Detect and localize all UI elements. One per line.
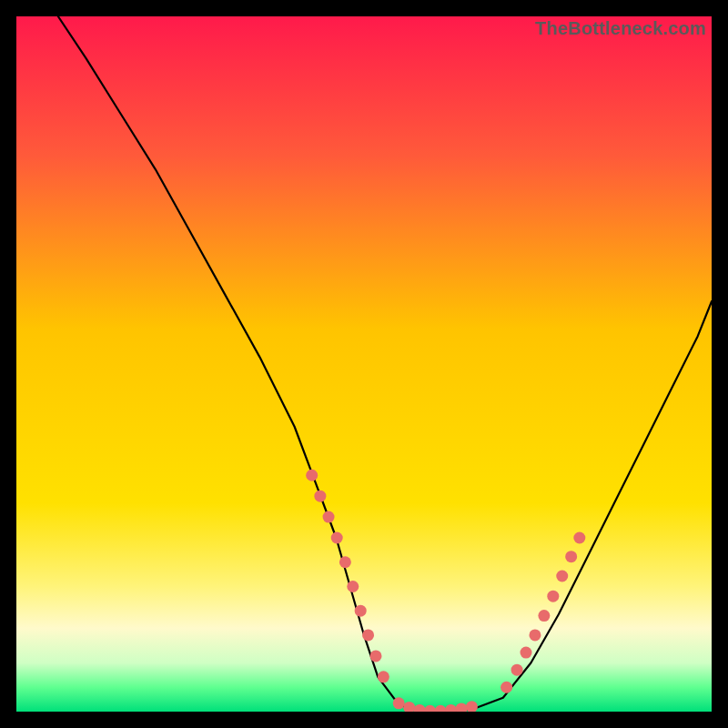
marker-dot	[347, 581, 359, 592]
marker-dot	[538, 610, 550, 622]
marker-dot	[511, 664, 523, 676]
marker-dot	[369, 650, 381, 662]
watermark-text: TheBottleneck.com	[535, 18, 706, 39]
chart-frame: TheBottleneck.com	[16, 16, 712, 712]
marker-dot	[306, 470, 318, 481]
marker-dot	[331, 532, 343, 544]
marker-dot	[521, 647, 532, 659]
marker-dot	[500, 682, 512, 693]
marker-dot	[556, 571, 568, 582]
marker-dot	[378, 671, 389, 682]
marker-dot	[547, 591, 559, 602]
marker-dot	[565, 551, 577, 562]
marker-dot	[339, 556, 351, 568]
marker-dot	[393, 697, 405, 709]
marker-dot	[362, 629, 374, 641]
marker-dot	[314, 490, 326, 502]
bottleneck-chart	[16, 16, 712, 712]
marker-dot	[355, 605, 367, 617]
marker-dot	[529, 629, 541, 641]
marker-dot	[573, 532, 585, 544]
marker-dot	[323, 511, 335, 523]
